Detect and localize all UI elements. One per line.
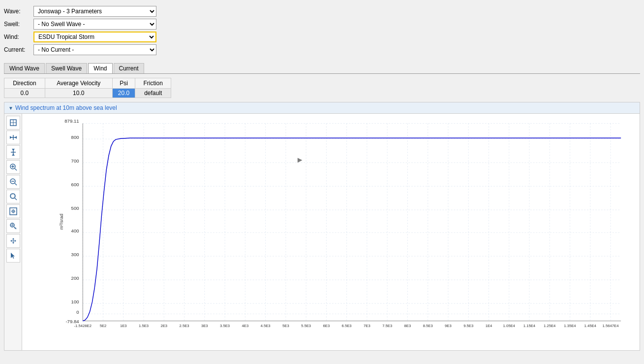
svg-line-19 (15, 198, 17, 200)
wind-label: Wind: (4, 33, 33, 40)
collapse-icon[interactable]: ▼ (8, 105, 13, 111)
cell-psi[interactable]: 20.0 (112, 89, 135, 98)
y-tick-200: 200 (71, 275, 79, 281)
tab-wind-wave[interactable]: Wind Wave (4, 63, 45, 73)
x-label-22: 1.15E4 (523, 324, 536, 328)
main-container: Wave: Jonswap - 3 Parameters Swell: - No… (0, 0, 644, 355)
y-tick-600: 600 (71, 182, 79, 187)
select-button[interactable] (6, 249, 20, 263)
wave-row: Wave: Jonswap - 3 Parameters (4, 6, 640, 17)
x-label-5: 2.5E3 (180, 324, 189, 328)
col-avg-velocity: Average Velocity (45, 78, 112, 89)
tab-current[interactable]: Current (114, 63, 144, 73)
swell-select[interactable]: - No Swell Wave - (33, 19, 156, 30)
chart-body: 879.11 800 700 600 500 400 300 200 100 0… (4, 114, 640, 350)
x-label-13: 6.5E3 (342, 324, 352, 328)
svg-line-12 (15, 168, 17, 170)
tab-swell-wave[interactable]: Swell Wave (46, 63, 87, 73)
x-label-10: 5E3 (282, 324, 289, 328)
x-label-14: 7E3 (364, 324, 370, 328)
x-label-17: 8.5E3 (423, 324, 433, 328)
chart-tools (4, 114, 22, 350)
cell-friction[interactable]: default (135, 89, 171, 98)
pan-h-button[interactable] (6, 131, 20, 144)
svg-marker-4 (10, 136, 12, 139)
chart-svg: 879.11 800 700 600 500 400 300 200 100 0… (49, 118, 636, 328)
chart-plot-container: 879.11 800 700 600 500 400 300 200 100 0… (22, 114, 640, 350)
x-label-15: 7.5E3 (382, 324, 392, 328)
svg-rect-20 (11, 194, 15, 198)
swell-label: Swell: (4, 21, 33, 28)
col-psi: Psi (112, 78, 135, 89)
svg-marker-9 (12, 154, 15, 156)
pan-v-button[interactable] (6, 145, 20, 159)
swell-row: Swell: - No Swell Wave - (4, 19, 640, 30)
current-select[interactable]: - No Current - (33, 44, 156, 55)
x-label-25: 1.45E4 (584, 324, 597, 328)
table-row: 0.0 10.0 20.0 default (4, 89, 171, 98)
wind-select[interactable]: ESDU Tropical Storm (33, 32, 156, 42)
chart-header: ▼ Wind spectrum at 10m above sea level (4, 102, 640, 114)
chart-section: ▼ Wind spectrum at 10m above sea level (4, 102, 640, 351)
x-label-8: 4E3 (242, 324, 249, 328)
spectrum-curve (83, 138, 621, 321)
chart-title: Wind spectrum at 10m above sea level (15, 104, 117, 111)
x-label-2: 1E3 (120, 324, 127, 328)
zoom-out-button[interactable] (6, 175, 20, 189)
zoom-custom-button[interactable] (6, 219, 20, 233)
x-label-9: 4.5E3 (261, 324, 271, 328)
y-tick-500: 500 (71, 205, 79, 211)
col-friction: Friction (135, 78, 171, 89)
y-tick-700: 700 (71, 158, 79, 164)
x-label-4: 2E3 (160, 324, 167, 328)
x-label-6: 3E3 (201, 324, 208, 328)
y-tick-0: 0 (76, 309, 79, 315)
table-section: Direction Average Velocity Psi Friction … (4, 78, 640, 98)
x-label-3: 1.5E3 (139, 324, 149, 328)
wave-label: Wave: (4, 8, 33, 15)
zoom-fit-button[interactable] (6, 204, 20, 218)
x-label-18: 9E3 (445, 324, 452, 328)
cell-direction[interactable]: 0.0 (4, 89, 45, 98)
x-label-12: 6E3 (323, 324, 330, 328)
x-label-7: 3.5E3 (220, 324, 230, 328)
x-label-19: 9.5E3 (463, 324, 473, 328)
y-axis-label: m²/srad (59, 214, 64, 230)
current-row: Current: - No Current - (4, 44, 640, 55)
zoom-area-button[interactable] (6, 190, 20, 203)
cell-avg-velocity[interactable]: 10.0 (45, 89, 112, 98)
wave-select[interactable]: Jonswap - 3 Parameters (33, 6, 156, 17)
x-label-24: 1.35E4 (564, 324, 576, 328)
x-label-20: 1E4 (486, 324, 492, 328)
x-label-23: 1.25E4 (544, 324, 556, 328)
x-label-21: 1.05E4 (503, 324, 516, 328)
current-label: Current: (4, 46, 33, 53)
svg-marker-8 (12, 149, 15, 151)
y-tick-800: 800 (71, 134, 79, 140)
col-direction: Direction (4, 78, 45, 89)
pan-button[interactable] (6, 234, 20, 248)
x-label-0: -1.5428E2 (74, 324, 92, 328)
data-table: Direction Average Velocity Psi Friction … (4, 78, 171, 98)
y-tick-879: 879.11 (64, 118, 79, 124)
tabs-section: Wind Wave Swell Wave Wind Current (4, 63, 640, 74)
x-label-16: 8E3 (404, 324, 411, 328)
x-label-1: 5E2 (100, 324, 107, 328)
svg-marker-5 (15, 136, 17, 139)
zoom-box-button[interactable] (6, 116, 20, 130)
y-tick-400: 400 (71, 228, 79, 233)
y-tick-100: 100 (71, 299, 79, 304)
zoom-in-button[interactable] (6, 160, 20, 174)
form-section: Wave: Jonswap - 3 Parameters Swell: - No… (4, 4, 640, 59)
y-tick-300: 300 (71, 252, 79, 257)
x-label-11: 5.5E3 (301, 324, 311, 328)
x-label-26: 1.5647E4 (603, 324, 619, 328)
wind-row: Wind: ESDU Tropical Storm (4, 32, 640, 42)
tab-wind[interactable]: Wind (88, 63, 112, 73)
cursor-pointer (298, 158, 303, 163)
svg-line-16 (15, 183, 17, 185)
